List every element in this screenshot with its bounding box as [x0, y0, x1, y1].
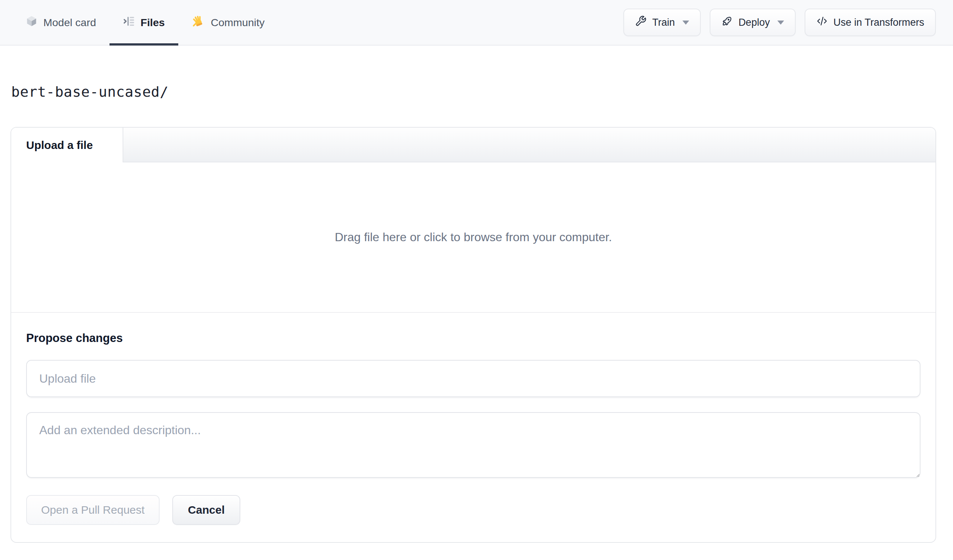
train-button-label: Train: [652, 17, 675, 28]
tab-model-card-label: Model card: [43, 16, 96, 29]
cancel-button[interactable]: Cancel: [172, 495, 240, 525]
form-actions-row: Open a Pull Request Cancel: [26, 495, 920, 525]
tab-community[interactable]: Community: [178, 0, 278, 45]
upload-filename-input[interactable]: [26, 360, 920, 397]
dropzone-hint-text: Drag file here or click to browse from y…: [335, 230, 612, 244]
rocket-icon: [721, 15, 733, 29]
propose-changes-heading: Propose changes: [26, 331, 920, 346]
chevron-down-icon: [778, 20, 784, 25]
tab-files[interactable]: Files: [110, 0, 178, 45]
wrench-icon: [635, 15, 647, 29]
train-button[interactable]: Train: [623, 9, 701, 36]
breadcrumb[interactable]: bert-base-uncased/: [11, 84, 169, 100]
tab-files-label: Files: [141, 16, 165, 29]
propose-changes-section: Propose changes Open a Pull Request Canc…: [11, 313, 936, 542]
deploy-button-label: Deploy: [739, 17, 770, 28]
model-page-nav: Model card Files: [0, 0, 953, 46]
cube-icon: [25, 15, 38, 30]
file-tree-icon: [123, 15, 135, 30]
open-pull-request-button[interactable]: Open a Pull Request: [26, 495, 160, 525]
nav-tab-list: Model card Files: [12, 0, 278, 45]
upload-panel-tabbar: Upload a file: [11, 128, 936, 162]
use-in-transformers-label: Use in Transformers: [833, 17, 924, 28]
extended-description-textarea[interactable]: [26, 412, 920, 478]
deploy-button[interactable]: Deploy: [710, 9, 796, 36]
tab-upload-a-file[interactable]: Upload a file: [11, 128, 123, 162]
use-in-transformers-button[interactable]: Use in Transformers: [805, 9, 936, 36]
chevron-down-icon: [683, 20, 689, 25]
tab-upload-a-file-label: Upload a file: [26, 139, 93, 152]
nav-action-buttons: Train Deploy Use in Tr: [623, 9, 936, 36]
file-dropzone[interactable]: Drag file here or click to browse from y…: [11, 162, 936, 313]
upload-panel: Upload a file Drag file here or click to…: [11, 127, 936, 543]
code-icon: [816, 15, 828, 29]
tab-community-label: Community: [211, 16, 265, 29]
tab-model-card[interactable]: Model card: [12, 0, 110, 45]
waving-hand-icon: [192, 15, 205, 31]
